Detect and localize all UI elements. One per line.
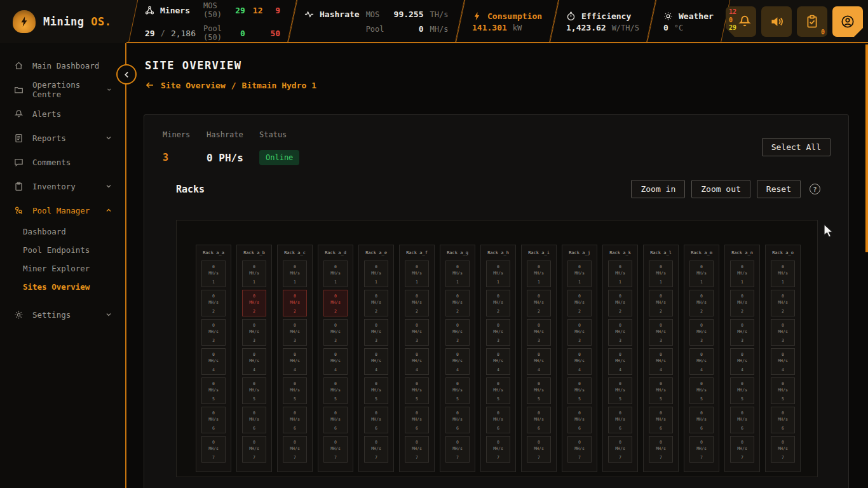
- rack-slot[interactable]: 0MH/s7: [730, 436, 754, 463]
- rack-slot[interactable]: 0MH/s3: [527, 319, 551, 346]
- rack-slot[interactable]: 0MH/s3: [283, 319, 307, 346]
- vertical-scrollbar-thumb[interactable]: [865, 44, 868, 252]
- sidebar-subitem-sites-overview[interactable]: Sites Overview: [0, 278, 125, 296]
- rack-slot[interactable]: 0MH/s7: [608, 436, 632, 463]
- help-icon[interactable]: ?: [810, 184, 820, 194]
- rack-slot[interactable]: 0MH/s7: [567, 436, 592, 463]
- announcements-button[interactable]: [761, 6, 792, 37]
- rack-slot[interactable]: 0MH/s1: [567, 261, 592, 287]
- sidebar-item-main-dashboard[interactable]: Main Dashboard: [0, 53, 125, 78]
- sidebar-item-alerts[interactable]: Alerts: [0, 102, 125, 126]
- rack-slot[interactable]: 0MH/s4: [730, 348, 754, 375]
- breadcrumb-root[interactable]: Site Overview: [161, 81, 226, 90]
- rack-slot[interactable]: 0MH/s7: [201, 436, 226, 463]
- rack-slot[interactable]: 0MH/s1: [608, 261, 632, 287]
- rack-slot[interactable]: 0MH/s2: [445, 290, 470, 316]
- rack-slot[interactable]: 0MH/s6: [242, 407, 266, 433]
- rack-slot[interactable]: 0MH/s6: [608, 407, 632, 433]
- rack-slot[interactable]: 0MH/s1: [730, 261, 754, 287]
- sidebar-item-reports[interactable]: Reports: [0, 126, 125, 150]
- rack-slot[interactable]: 0MH/s1: [242, 261, 266, 287]
- rack-slot[interactable]: 0MH/s5: [730, 377, 754, 404]
- rack-slot[interactable]: 0MH/s1: [445, 261, 470, 287]
- rack-slot[interactable]: 0MH/s6: [323, 407, 348, 433]
- rack-slot[interactable]: 0MH/s1: [201, 261, 226, 287]
- rack-slot[interactable]: 0MH/s4: [771, 348, 795, 375]
- rack-slot[interactable]: 0MH/s3: [486, 319, 510, 346]
- rack-slot[interactable]: 0MH/s1: [527, 261, 551, 287]
- sidebar-item-settings[interactable]: Settings: [0, 302, 125, 327]
- rack-slot[interactable]: 0MH/s4: [405, 348, 429, 375]
- rack-slot[interactable]: 0MH/s6: [283, 407, 307, 433]
- sidebar-item-operations-centre[interactable]: Operations Centre: [0, 78, 125, 102]
- rack-slot[interactable]: 0MH/s1: [486, 261, 510, 287]
- rack-slot[interactable]: 0MH/s6: [689, 407, 714, 433]
- sidebar-item-inventory[interactable]: Inventory: [0, 174, 125, 198]
- rack-slot[interactable]: 0MH/s2: [771, 290, 795, 316]
- rack-slot[interactable]: 0MH/s4: [201, 348, 226, 375]
- rack-slot[interactable]: 0MH/s5: [445, 377, 470, 404]
- rack-slot[interactable]: 0MH/s5: [364, 377, 388, 404]
- rack-slot[interactable]: 0MH/s4: [445, 348, 470, 375]
- rack-slot[interactable]: 0MH/s5: [201, 377, 226, 404]
- rack-slot[interactable]: 0MH/s5: [405, 377, 429, 404]
- rack-slot[interactable]: 0MH/s6: [771, 407, 795, 433]
- rack-slot[interactable]: 0MH/s2: [486, 290, 510, 316]
- rack-slot[interactable]: 0MH/s6: [445, 407, 470, 433]
- rack-slot[interactable]: 0MH/s3: [689, 319, 714, 346]
- rack-slot[interactable]: 0MH/s2: [405, 290, 429, 316]
- rack-slot[interactable]: 0MH/s7: [527, 436, 551, 463]
- sidebar-item-pool-manager[interactable]: Pool Manager: [0, 198, 125, 222]
- rack-slot[interactable]: 0MH/s2: [323, 290, 348, 316]
- rack-slot[interactable]: 0MH/s2: [283, 290, 307, 316]
- rack-slot[interactable]: 0MH/s3: [242, 319, 266, 346]
- rack-slot[interactable]: 0MH/s4: [242, 348, 266, 375]
- rack-slot[interactable]: 0MH/s6: [201, 407, 226, 433]
- rack-slot[interactable]: 0MH/s7: [445, 436, 470, 463]
- notifications-button[interactable]: 12 0 29: [726, 6, 756, 37]
- sidebar-subitem-pool-endpoints[interactable]: Pool Endpoints: [0, 241, 125, 259]
- rack-slot[interactable]: 0MH/s4: [649, 348, 673, 375]
- rack-slot[interactable]: 0MH/s7: [649, 436, 673, 463]
- profile-button[interactable]: [832, 6, 863, 37]
- rack-slot[interactable]: 0MH/s5: [486, 377, 510, 404]
- rack-slot[interactable]: 0MH/s1: [405, 261, 429, 287]
- rack-slot[interactable]: 0MH/s3: [364, 319, 388, 346]
- rack-slot[interactable]: 0MH/s4: [283, 348, 307, 375]
- rack-slot[interactable]: 0MH/s7: [364, 436, 388, 463]
- rack-slot[interactable]: 0MH/s2: [242, 290, 266, 316]
- rack-slot[interactable]: 0MH/s1: [323, 261, 348, 287]
- rack-slot[interactable]: 0MH/s7: [771, 436, 795, 463]
- rack-slot[interactable]: 0MH/s4: [323, 348, 348, 375]
- rack-slot[interactable]: 0MH/s7: [323, 436, 348, 463]
- rack-slot[interactable]: 0MH/s3: [567, 319, 592, 346]
- rack-slot[interactable]: 0MH/s2: [730, 290, 754, 316]
- rack-slot[interactable]: 0MH/s2: [649, 290, 673, 316]
- rack-slot[interactable]: 0MH/s5: [649, 377, 673, 404]
- rack-slot[interactable]: 0MH/s5: [527, 377, 551, 404]
- rack-slot[interactable]: 0MH/s5: [771, 377, 795, 404]
- rack-slot[interactable]: 0MH/s2: [608, 290, 632, 316]
- rack-slot[interactable]: 0MH/s3: [201, 319, 226, 346]
- rack-slot[interactable]: 0MH/s6: [730, 407, 754, 433]
- rack-slot[interactable]: 0MH/s6: [405, 407, 429, 433]
- rack-slot[interactable]: 0MH/s1: [771, 261, 795, 287]
- rack-slot[interactable]: 0MH/s6: [486, 407, 510, 433]
- rack-slot[interactable]: 0MH/s3: [323, 319, 348, 346]
- rack-slot[interactable]: 0MH/s6: [649, 407, 673, 433]
- breadcrumb[interactable]: Site Overview / Bitmain Hydro 1: [145, 80, 316, 90]
- zoom-in-button[interactable]: Zoom in: [631, 180, 685, 198]
- rack-slot[interactable]: 0MH/s7: [242, 436, 266, 463]
- rack-slot[interactable]: 0MH/s7: [486, 436, 510, 463]
- rack-slot[interactable]: 0MH/s5: [323, 377, 348, 404]
- rack-slot[interactable]: 0MH/s3: [730, 319, 754, 346]
- rack-slot[interactable]: 0MH/s5: [242, 377, 266, 404]
- rack-slot[interactable]: 0MH/s2: [527, 290, 551, 316]
- rack-slot[interactable]: 0MH/s7: [405, 436, 429, 463]
- rack-slot[interactable]: 0MH/s4: [689, 348, 714, 375]
- rack-slot[interactable]: 0MH/s5: [283, 377, 307, 404]
- rack-slot[interactable]: 0MH/s2: [364, 290, 388, 316]
- rack-slot[interactable]: 0MH/s3: [608, 319, 632, 346]
- rack-slot[interactable]: 0MH/s7: [689, 436, 714, 463]
- rack-viewport[interactable]: Rack a_a0MH/s10MH/s20MH/s30MH/s40MH/s50M…: [176, 220, 818, 477]
